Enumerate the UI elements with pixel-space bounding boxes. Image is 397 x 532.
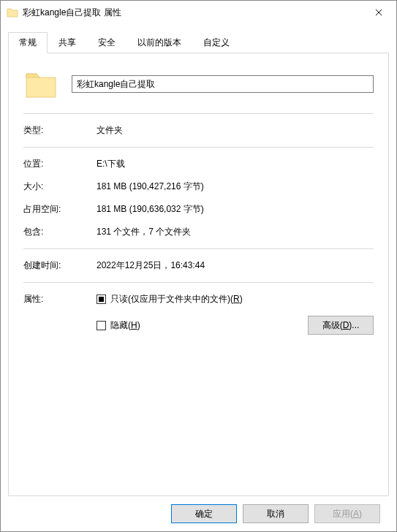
- folder-icon: [7, 7, 18, 18]
- size-label: 大小:: [23, 180, 97, 193]
- size-on-disk-label: 占用空间:: [23, 203, 97, 216]
- ok-button[interactable]: 确定: [171, 504, 237, 523]
- location-value: E:\下载: [97, 158, 125, 170]
- tab-security[interactable]: 安全: [87, 32, 126, 53]
- advanced-button[interactable]: 高级(D)...: [308, 316, 374, 335]
- folder-large-icon: [23, 66, 58, 102]
- tab-general[interactable]: 常规: [8, 32, 48, 53]
- properties-dialog: 彩虹kangle自己提取 属性 常规 共享 安全 以前的版本 自定义: [0, 0, 397, 532]
- separator: [23, 282, 374, 283]
- tab-custom[interactable]: 自定义: [192, 32, 241, 53]
- contains-value: 131 个文件，7 个文件夹: [97, 226, 191, 238]
- cancel-button[interactable]: 取消: [243, 504, 309, 523]
- dialog-footer: 确定 取消 应用(A): [8, 496, 389, 531]
- hidden-checkbox[interactable]: [97, 321, 106, 330]
- size-value: 181 MB (190,427,216 字节): [97, 180, 204, 193]
- separator: [23, 147, 374, 148]
- titlebar: 彩虹kangle自己提取 属性: [1, 1, 396, 24]
- tab-previous-versions[interactable]: 以前的版本: [126, 32, 192, 53]
- created-value: 2022年12月25日，16:43:44: [97, 259, 205, 272]
- readonly-label[interactable]: 只读(仅应用于文件夹中的文件)(R): [110, 293, 243, 305]
- tab-share[interactable]: 共享: [48, 32, 87, 53]
- attributes-label: 属性:: [23, 293, 97, 335]
- readonly-checkbox[interactable]: [97, 294, 106, 304]
- apply-button: 应用(A): [314, 504, 380, 523]
- separator: [23, 113, 374, 114]
- separator: [23, 248, 374, 249]
- close-button[interactable]: [363, 1, 395, 23]
- created-label: 创建时间:: [23, 259, 97, 272]
- contains-label: 包含:: [23, 226, 97, 238]
- window-title: 彩虹kangle自己提取 属性: [23, 7, 363, 19]
- hidden-label[interactable]: 隐藏(H): [110, 319, 140, 332]
- content-area: 常规 共享 安全 以前的版本 自定义: [1, 24, 396, 531]
- folder-name-input[interactable]: [72, 75, 374, 93]
- size-on-disk-value: 181 MB (190,636,032 字节): [97, 203, 204, 216]
- tab-row: 常规 共享 安全 以前的版本 自定义: [8, 31, 389, 53]
- type-label: 类型:: [23, 124, 97, 137]
- type-value: 文件夹: [97, 124, 123, 137]
- tab-panel-general: 类型: 文件夹 位置: E:\下载 大小: 181 MB (190,427,21…: [8, 53, 389, 496]
- location-label: 位置:: [23, 158, 97, 170]
